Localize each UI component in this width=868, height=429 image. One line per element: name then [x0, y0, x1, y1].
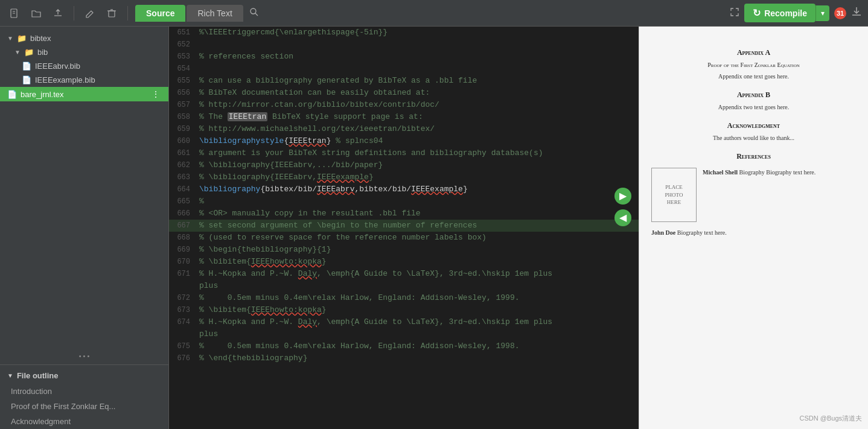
file-outline-header[interactable]: ▼ File outline: [0, 367, 168, 384]
line-text[interactable]: % \end{thebibliography}: [196, 352, 639, 364]
line-text[interactable]: % H.~Kopka and P.~W. Daly, \emph{A Guide…: [196, 316, 639, 328]
line-text[interactable]: plus: [196, 328, 639, 340]
line-text[interactable]: % references section: [196, 51, 639, 63]
code-line-664: 664 \bibliography{bibtex/bib/IEEEabrv,bi…: [169, 183, 639, 195]
line-num: 672: [169, 292, 196, 304]
appendix-a-text: Appendix one text goes here.: [651, 72, 856, 81]
delete-button[interactable]: [103, 6, 120, 21]
code-line-667: 667 % set second argument of \begin to t…: [169, 220, 639, 232]
preview-area[interactable]: Appendix A Proof of the First Zonklar Eq…: [639, 27, 868, 429]
line-text[interactable]: % The IEEEtran BibTeX style support page…: [196, 111, 639, 123]
tab-source[interactable]: Source: [135, 5, 185, 22]
line-num: 661: [169, 147, 196, 159]
svg-line-7: [255, 13, 258, 16]
code-line-655: 655 % can use a bibliography generated b…: [169, 75, 639, 87]
line-num: 658: [169, 111, 196, 123]
code-line-662: 662 % \bibliography{IEEEabrv,.../bib/pap…: [169, 159, 639, 171]
line-text[interactable]: % H.~Kopka and P.~W. Daly, \emph{A Guide…: [196, 268, 639, 280]
separator: [74, 6, 74, 21]
search-button[interactable]: [244, 5, 264, 22]
sidebar-item-bibtex[interactable]: ▼ 📁 bibtex: [0, 31, 168, 45]
expand-button[interactable]: [730, 7, 739, 19]
line-text[interactable]: % \bibliography{IEEEabrv,.../bib/paper}: [196, 159, 639, 171]
ellipsis-icon: • • •: [79, 352, 90, 360]
line-text[interactable]: % set second argument of \begin to the n…: [196, 220, 639, 232]
toolbar: Source Rich Text ↻ Recompile ▾ 31: [0, 0, 868, 27]
line-text[interactable]: % 0.5em minus 0.4em\relax Harlow, Englan…: [196, 340, 639, 352]
appendix-b-text: Appendix two text goes here.: [651, 103, 856, 112]
preview-content: Appendix A Proof of the First Zonklar Eq…: [651, 47, 856, 237]
line-text[interactable]: % \bibitem{IEEEhowto:kopka}: [196, 304, 639, 316]
line-text[interactable]: % can use a bibliography generated by Bi…: [196, 75, 639, 87]
more-actions-button[interactable]: ⋮: [150, 89, 161, 99]
editor-content[interactable]: 651 %\IEEEtriggercmd{\enlargethispage{-5…: [169, 27, 639, 429]
sidebar-item-label: IEEEexample.bib: [35, 75, 95, 84]
bio-text-1: Michael Shell Biography Biography text h…: [703, 168, 856, 177]
line-num: 660: [169, 135, 196, 147]
line-text[interactable]: % http://mirror.ctan.org/biblio/bibtex/c…: [196, 99, 639, 111]
code-line-660: 660 \bibliographystyle{IEEEtran} % splnc…: [169, 135, 639, 147]
new-folder-button[interactable]: [28, 6, 45, 21]
outline-item-proof[interactable]: Proof of the First Zonklar Eq...: [0, 399, 168, 414]
sidebar-item-bib[interactable]: ▼ 📁 bib: [0, 45, 168, 59]
outline-item-introduction[interactable]: Introduction: [0, 384, 168, 399]
svg-point-6: [251, 8, 256, 14]
biography-section-1: PLACE PHOTO HERE Michael Shell Biography…: [651, 168, 856, 222]
line-text[interactable]: [196, 39, 639, 51]
line-num: 664: [169, 183, 196, 195]
new-folder-icon: [31, 8, 41, 18]
line-num: 665: [169, 195, 196, 208]
line-text[interactable]: % \begin{thebibliography}{1}: [196, 244, 639, 256]
sidebar-item-IEEEexample[interactable]: 📄 IEEEexample.bib: [0, 73, 168, 87]
upload-icon: [53, 8, 63, 18]
recompile-dropdown-button[interactable]: ▾: [815, 5, 829, 21]
line-text[interactable]: % 0.5em minus 0.4em\relax Harlow, Englan…: [196, 292, 639, 304]
nav-forward-button[interactable]: ▶: [614, 188, 631, 205]
toolbar-right: ↻ Recompile ▾ 31: [730, 4, 862, 22]
new-file-icon: [10, 8, 19, 18]
line-text[interactable]: % <OR> manually copy in the resultant .b…: [196, 208, 639, 220]
line-text[interactable]: \bibliographystyle{IEEEtran} % splncs04: [196, 135, 639, 147]
line-text[interactable]: %: [196, 195, 639, 208]
code-line-674a: 674 % H.~Kopka and P.~W. Daly, \emph{A G…: [169, 316, 639, 328]
acknowledgment-text: The authors would like to thank...: [651, 133, 856, 142]
sidebar-item-IEEEabrv[interactable]: 📄 IEEEabrv.bib: [0, 59, 168, 73]
code-line-656: 656 % BibTeX documentation can be easily…: [169, 87, 639, 99]
bio-text-2: John Doe Biography text here.: [651, 228, 856, 237]
search-icon: [249, 7, 259, 17]
line-num: 655: [169, 75, 196, 87]
sidebar-item-bare-jrnl[interactable]: 📄 bare_jrnl.tex ⋮: [0, 87, 168, 101]
new-file-button[interactable]: [6, 6, 23, 21]
edit-button[interactable]: [81, 6, 98, 21]
code-line-666: 666 % <OR> manually copy in the resultan…: [169, 208, 639, 220]
code-line-670: 670 % \bibitem{IEEEhowto:kopka}: [169, 256, 639, 268]
line-num: 666: [169, 208, 196, 220]
error-badge[interactable]: 31: [834, 7, 846, 19]
outline-item-acknowledgment[interactable]: Acknowledgment: [0, 414, 168, 429]
sidebar-collapse[interactable]: • • •: [0, 350, 168, 362]
recompile-button[interactable]: ↻ Recompile: [744, 4, 815, 22]
line-text[interactable]: % argument is your BibTeX string definit…: [196, 147, 639, 159]
appendix-a-title: Appendix A: [651, 47, 856, 58]
line-text[interactable]: % (used to reserve space for the referen…: [196, 232, 639, 244]
line-text[interactable]: % BibTeX documentation can be easily obt…: [196, 87, 639, 99]
bio-label-2: Biography text here.: [677, 229, 727, 236]
download-button[interactable]: [851, 6, 862, 20]
watermark: CSDN @Bugs清道夫: [800, 414, 862, 423]
line-text[interactable]: % \bibitem{IEEEhowto:kopka}: [196, 256, 639, 268]
line-text[interactable]: % http://www.michaelshell.org/tex/ieeetr…: [196, 123, 639, 135]
sidebar-item-label: bibtex: [30, 34, 51, 43]
edit-icon: [85, 8, 95, 18]
line-text[interactable]: % \bibliography{IEEEabrv,IEEEexample}: [196, 171, 639, 183]
biography-section-2: John Doe Biography text here.: [651, 228, 856, 237]
code-line-671a: 671 % H.~Kopka and P.~W. Daly, \emph{A G…: [169, 268, 639, 280]
upload-button[interactable]: [49, 6, 66, 21]
line-text[interactable]: %\IEEEtriggercmd{\enlargethispage{-5in}}: [196, 27, 639, 39]
line-text[interactable]: [196, 63, 639, 75]
nav-back-button[interactable]: ◀: [614, 209, 631, 226]
line-text[interactable]: \bibliography{bibtex/bib/IEEEabrv,bibtex…: [196, 183, 639, 195]
tab-richtext[interactable]: Rich Text: [187, 5, 243, 22]
tab-bar: Source Rich Text: [135, 5, 725, 22]
chevron-down-icon: ▼: [14, 49, 21, 56]
line-text[interactable]: plus: [196, 280, 639, 292]
